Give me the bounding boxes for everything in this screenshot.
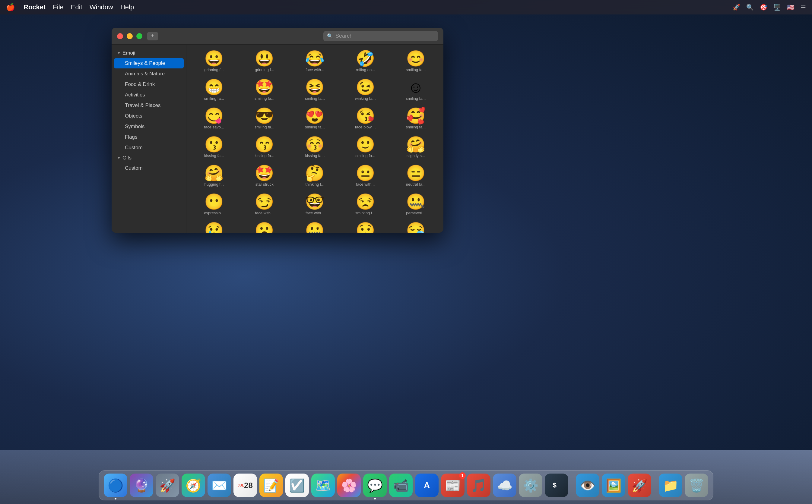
emoji-cell[interactable]: 😒 smirking f... (341, 191, 390, 218)
rocket-icon[interactable]: 🚀 (733, 4, 740, 11)
emoji-cell[interactable]: 😚 kissing fa... (290, 134, 339, 161)
emoji-cell[interactable]: 🤩 smiling fa... (240, 76, 289, 104)
gifs-section-header[interactable]: ▼ Gifs (112, 153, 186, 163)
preview-icon: 🖼️ (602, 474, 625, 497)
dock-item-rocket[interactable]: 🚀 (628, 474, 651, 497)
emoji-char: 😊 (406, 51, 426, 66)
dock-item-prefs[interactable]: ⚙️ (519, 474, 542, 497)
close-button[interactable] (117, 33, 123, 39)
sidebar-item-flags[interactable]: Flags (114, 132, 184, 142)
emoji-cell[interactable]: 🤣 rolling on... (341, 48, 390, 75)
dock-item-news[interactable]: 📰 1 (441, 474, 465, 497)
emoji-cell[interactable]: 🤐 perseveri... (391, 191, 441, 218)
dock-item-notes[interactable]: 📝 (259, 474, 283, 497)
emoji-cell[interactable]: 🤐 zipper-m... (290, 219, 339, 233)
emoji-cell[interactable]: 😁 smiling fa... (189, 76, 238, 104)
emoji-cell[interactable]: 🤔 thinking f... (290, 162, 339, 190)
emoji-cell[interactable]: 😉 winking fa... (341, 76, 390, 104)
search-bar[interactable]: 🔍 (323, 31, 438, 41)
emoji-cell[interactable]: 😍 smiling fa... (290, 105, 339, 132)
emoji-cell[interactable]: 😮 face with... (240, 219, 289, 233)
dock-item-siri[interactable]: 🔮 (130, 474, 153, 497)
menu-icon[interactable]: ☰ (801, 4, 806, 11)
dock-item-photos[interactable]: 🌸 (337, 474, 361, 497)
emoji-cell[interactable]: 😆 smiling fa... (290, 76, 339, 104)
emoji-cell[interactable]: 🤩 star struck (240, 162, 289, 190)
dock-item-safari[interactable]: 🧭 (182, 474, 205, 497)
flag-icon[interactable]: 🇺🇸 (787, 4, 795, 11)
dock-item-proxy[interactable]: 👁️ (576, 474, 599, 497)
emoji-cell[interactable]: 🤓 face with... (290, 191, 339, 218)
sidebar-item-custom-emoji[interactable]: Custom (114, 143, 184, 153)
finder-icon: 🔵 (104, 474, 127, 497)
emoji-cell[interactable]: 😙 kissing fa... (240, 134, 289, 161)
emoji-cell[interactable]: 😪 sleepy face (391, 219, 441, 233)
emoji-cell[interactable]: 😏 face with... (240, 191, 289, 218)
emoji-cell[interactable]: 😋 face savo... (189, 105, 238, 132)
dock-item-finder[interactable]: 🔵 (104, 474, 127, 497)
title-bar: + 🔍 (112, 28, 444, 45)
dock-item-files[interactable]: 📁 (659, 474, 682, 497)
dock-item-reminders[interactable]: ☑️ (285, 474, 309, 497)
emoji-cell[interactable]: 😂 face with... (290, 48, 339, 75)
gifs-section-label: Gifs (122, 155, 131, 161)
menubar-file[interactable]: File (53, 3, 63, 11)
emoji-cell[interactable]: 🥰 smiling fa... (391, 105, 441, 132)
sidebar-item-objects[interactable]: Objects (114, 111, 184, 121)
dock-item-music[interactable]: 🎵 (467, 474, 491, 497)
emoji-cell[interactable]: 😢 disappoin... (189, 219, 238, 233)
display-icon[interactable]: 🖥️ (773, 4, 781, 11)
dock-item-preview[interactable]: 🖼️ (602, 474, 625, 497)
sidebar-item-animals[interactable]: Animals & Nature (114, 69, 184, 79)
dock-item-messages[interactable]: 💬 (363, 474, 387, 497)
menubar-help[interactable]: Help (120, 3, 134, 11)
emoji-cell[interactable]: 😐 face with... (341, 162, 390, 190)
messages-icon: 💬 (363, 474, 387, 497)
emoji-grid: 😀 grinning f... 😃 grinning f... 😂 face w… (189, 48, 441, 233)
emoji-cell[interactable]: 😗 kissing fa... (189, 134, 238, 161)
emoji-cell[interactable]: 🙂 smiling fa... (341, 134, 390, 161)
add-tab-button[interactable]: + (147, 32, 158, 40)
aim-icon[interactable]: 🎯 (760, 4, 767, 11)
emoji-cell[interactable]: 😃 grinning f... (240, 48, 289, 75)
menubar-edit[interactable]: Edit (71, 3, 82, 11)
emoji-cell[interactable]: 😑 neutral fa... (391, 162, 441, 190)
dock-item-launchpad[interactable]: 🚀 (156, 474, 179, 497)
dock-item-calendar[interactable]: JUL28 (233, 474, 257, 497)
emoji-cell[interactable]: 😶 expressio... (189, 191, 238, 218)
emoji-char: 🤩 (254, 79, 274, 95)
dock-item-maps[interactable]: 🗺️ (311, 474, 335, 497)
sidebar-item-symbols[interactable]: Symbols (114, 121, 184, 132)
menubar-window[interactable]: Window (90, 3, 113, 11)
sidebar-item-food[interactable]: Food & Drink (114, 79, 184, 90)
emoji-section-header[interactable]: ▼ Emoji (112, 48, 186, 58)
emoji-cell[interactable]: 😊 smiling fa... (391, 48, 441, 75)
search-icon[interactable]: 🔍 (746, 4, 754, 11)
emoji-cell[interactable]: 😀 grinning f... (189, 48, 238, 75)
emoji-char: 😚 (305, 137, 324, 152)
emoji-cell[interactable]: 😎 smiling fa... (240, 105, 289, 132)
sidebar-item-activities[interactable]: Activities (114, 90, 184, 100)
facetime-icon: 📹 (389, 474, 413, 497)
sidebar-item-travel[interactable]: Travel & Places (114, 100, 184, 111)
maximize-button[interactable] (136, 33, 142, 39)
apple-menu[interactable]: 🍎 (6, 3, 15, 11)
menubar-rocket[interactable]: Rocket (24, 3, 46, 11)
search-input[interactable] (335, 33, 435, 39)
emoji-cell[interactable]: 😯 hushed fa... (341, 219, 390, 233)
emoji-grid-area[interactable]: 😀 grinning f... 😃 grinning f... 😂 face w… (186, 45, 444, 233)
emoji-cell[interactable]: 🤗 hugging f... (189, 162, 238, 190)
sidebar-item-custom-gif[interactable]: Custom (114, 163, 184, 173)
dock-item-mail[interactable]: ✉️ (207, 474, 231, 497)
dock-item-terminal[interactable]: $_ (545, 474, 568, 497)
dock-item-appstore[interactable]: A (415, 474, 439, 497)
minimize-button[interactable] (127, 33, 133, 39)
dock-item-cloudmounter[interactable]: ☁️ (493, 474, 517, 497)
emoji-cell[interactable]: ☺️ smiling fa... (391, 76, 441, 104)
dock-item-facetime[interactable]: 📹 (389, 474, 413, 497)
sidebar-item-smileys[interactable]: Smileys & People (114, 58, 184, 68)
emoji-label: smiling fa... (406, 68, 426, 72)
dock-item-trash[interactable]: 🗑️ (685, 474, 708, 497)
emoji-cell[interactable]: 🤗 slightly s... (391, 134, 441, 161)
emoji-cell[interactable]: 😘 face blowi... (341, 105, 390, 132)
